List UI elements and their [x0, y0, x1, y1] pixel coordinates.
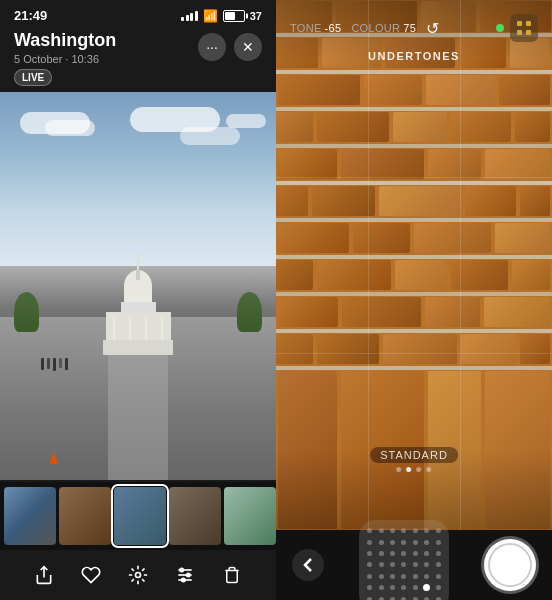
capture-button[interactable] [484, 539, 536, 591]
person [59, 358, 62, 368]
grid-dot-3-5 [424, 562, 429, 567]
brick [317, 334, 379, 364]
tone-value: -65 [325, 22, 342, 34]
more-button[interactable]: ··· [198, 33, 226, 61]
thumbnail-3[interactable] [114, 487, 166, 545]
grid-dot-2-2 [390, 551, 395, 556]
brick [353, 223, 411, 253]
brick [520, 334, 550, 364]
dot-grid-selector[interactable]: (function() { const grid = document.quer… [359, 520, 449, 600]
capitol-drum [121, 302, 156, 312]
brick [425, 297, 479, 327]
adjust-button[interactable] [167, 557, 203, 593]
edit-controls: TONE-65 COLOUR75 ↺ [290, 19, 439, 38]
brick [276, 334, 313, 364]
brick [451, 112, 511, 142]
photo-date: 5 October · 10:36 [14, 53, 116, 65]
grid-dot-2-0 [367, 551, 372, 556]
brick [341, 149, 424, 179]
edit-button[interactable] [120, 557, 156, 593]
grid-dot-2-4 [413, 551, 418, 556]
brick [515, 112, 550, 142]
reset-button[interactable]: ↺ [426, 19, 439, 38]
filter-dot-3 [416, 467, 421, 472]
grid-dot-5-4 [413, 585, 418, 590]
filter-dot-4 [426, 467, 431, 472]
colour-label: COLOUR [351, 22, 400, 34]
grid-dot-5-2 [390, 585, 395, 590]
brick-row-3 [276, 74, 552, 106]
capitol-wings [103, 340, 173, 355]
brick [414, 223, 491, 253]
grid-dot-0-0 [367, 528, 372, 533]
grid-dot-4-6 [436, 574, 441, 579]
brick [428, 149, 481, 179]
grid-dot-3-3 [401, 562, 406, 567]
brick-row-7 [276, 222, 552, 254]
brick [379, 186, 461, 216]
signal-bar-3 [190, 13, 193, 21]
grid-icon-button[interactable] [510, 14, 538, 42]
close-button[interactable]: ✕ [234, 33, 262, 61]
tree-left [14, 292, 39, 332]
green-dot [496, 24, 504, 32]
back-button[interactable] [292, 549, 324, 581]
share-button[interactable] [26, 557, 62, 593]
brick [520, 186, 550, 216]
photo-title-area: Washington 5 October · 10:36 LIVE [14, 31, 116, 86]
brick-row-4 [276, 111, 552, 143]
brick [276, 186, 308, 216]
filter-dots [370, 467, 458, 472]
trash-button[interactable] [214, 557, 250, 593]
live-badge: LIVE [14, 69, 52, 86]
trash-icon [223, 565, 241, 585]
people-area [41, 358, 141, 378]
brick [465, 186, 516, 216]
grid-dot-1-6 [436, 540, 441, 545]
thumbnail-1[interactable] [4, 487, 56, 545]
grid-dot-4-5 [424, 574, 429, 579]
top-right-controls [496, 14, 538, 42]
tone-label: TONE [290, 22, 322, 34]
thumbnail-4[interactable] [169, 487, 221, 545]
brick [485, 371, 550, 529]
grid-dot-3-6 [436, 562, 441, 567]
brick [495, 223, 550, 253]
brick [364, 75, 421, 105]
wifi-icon: 📶 [203, 9, 218, 23]
grid-dot-3-0 [367, 562, 372, 567]
signal-icon [181, 11, 198, 21]
edit-bottom-bar: (function() { const grid = document.quer… [276, 530, 552, 600]
grid-dot-2-3 [401, 551, 406, 556]
photo-title: Washington [14, 31, 116, 51]
thumb-img-4 [169, 487, 221, 545]
sky [0, 92, 276, 267]
brick [395, 260, 446, 290]
brick [278, 223, 349, 253]
thumbnail-2[interactable] [59, 487, 111, 545]
brick [342, 297, 421, 327]
brick-row-10 [276, 333, 552, 365]
brick [426, 75, 496, 105]
heart-button[interactable] [73, 557, 109, 593]
brick [278, 371, 337, 529]
capitol-body [106, 312, 171, 340]
cloud-5 [226, 114, 266, 128]
brick-photo: UNDERTONES STANDARD [276, 0, 552, 530]
thumb-img-1 [4, 487, 56, 545]
adjust-icon [175, 565, 195, 585]
signal-bar-2 [186, 15, 189, 21]
brick [499, 75, 550, 105]
grid-dot-2-5 [424, 551, 429, 556]
grid-dot-4-2 [390, 574, 395, 579]
person [41, 358, 44, 370]
thumbnail-5[interactable] [224, 487, 276, 545]
brick [278, 75, 360, 105]
grid-dot-1-1 [379, 540, 384, 545]
grid-icon [516, 20, 532, 36]
cloud-4 [180, 127, 240, 145]
heart-icon [81, 565, 101, 585]
grid-dot-3-4 [413, 562, 418, 567]
brick-row-9 [276, 296, 552, 328]
main-photo [0, 92, 276, 480]
